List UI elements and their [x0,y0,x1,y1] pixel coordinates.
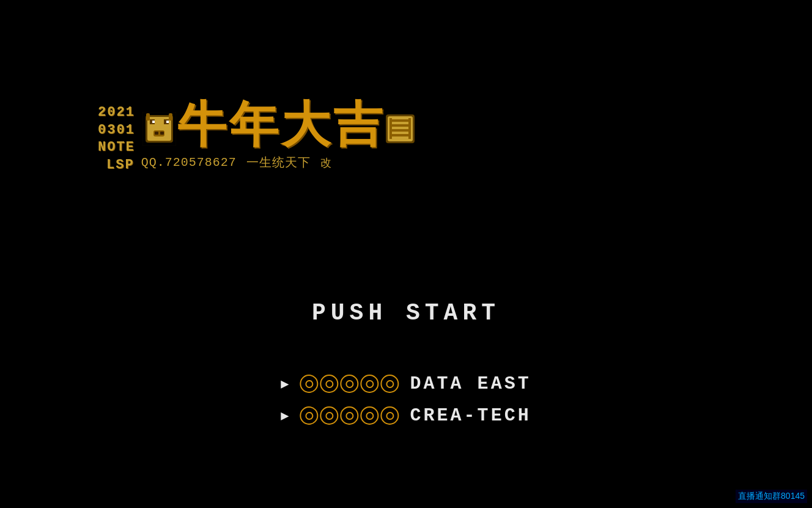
svg-rect-10 [169,113,172,121]
svg-rect-15 [391,124,410,127]
char-1: 牛 [177,104,226,153]
circ-8 [341,406,359,425]
lsp-line: LSP [106,157,135,174]
chinese-title-row: 牛 年 大 吉 [141,104,418,153]
watermark: 直播通知群80145 [736,490,807,503]
circ-inner-7 [325,412,333,420]
circ-inner-2 [325,380,333,388]
circ-inner-9 [366,412,374,420]
circ-10 [381,406,399,425]
svg-rect-9 [146,113,150,121]
game-screen: 2021 0301 NOTE LSP [0,0,812,508]
crea-tech-label: CREA-TECH [410,405,531,426]
circ-inner-8 [345,412,353,420]
circ-5 [381,375,399,393]
credits-area: ▶ DATA EAST ▶ CREA-TECH [281,373,531,426]
version: 改 [320,155,332,170]
svg-rect-8 [160,132,164,135]
svg-rect-17 [391,134,410,136]
circ-6 [300,406,319,425]
circles-crea-tech [300,406,399,425]
circ-4 [361,375,379,393]
circ-2 [320,375,339,393]
svg-rect-18 [389,118,392,139]
ox-icon [142,112,176,146]
qq-label: QQ.720578627 [141,155,237,170]
svg-rect-4 [152,121,155,123]
arrow-data-east: ▶ [281,376,289,392]
char-4: 吉 [333,104,382,153]
svg-rect-5 [166,121,169,123]
credit-row-data-east: ▶ DATA EAST [281,373,531,394]
circles-data-east [300,375,399,393]
circ-inner-3 [345,380,353,388]
circ-inner-4 [366,380,374,388]
circ-9 [361,406,379,425]
svg-rect-16 [391,129,410,132]
arrow-crea-tech: ▶ [281,408,289,424]
svg-rect-19 [408,118,411,139]
push-start-text[interactable]: PUSH START [312,300,500,326]
svg-rect-7 [155,132,158,135]
dragon-icon [383,112,417,146]
title-main: 牛 年 大 吉 [141,104,418,171]
tagline: 一生统天下 [246,154,311,171]
circ-1 [300,375,319,393]
year-line: 2021 [98,104,135,122]
circ-inner-1 [305,380,313,388]
note-line: NOTE [98,139,135,157]
circ-inner-5 [386,380,394,388]
circ-inner-10 [386,412,394,420]
circ-3 [341,375,359,393]
char-2: 年 [229,104,278,153]
circ-inner-6 [305,412,313,420]
char-3: 大 [281,104,330,153]
month-line: 0301 [98,122,135,140]
chinese-title-text: 牛 年 大 吉 [177,104,382,153]
svg-rect-14 [391,119,410,122]
title-meta: 2021 0301 NOTE LSP [98,104,135,174]
subtitle-row: QQ.720578627 一生统天下 改 [141,154,332,171]
circ-7 [320,406,339,425]
title-area: 2021 0301 NOTE LSP [98,104,418,174]
data-east-label: DATA EAST [410,373,531,394]
credit-row-crea-tech: ▶ CREA-TECH [281,405,531,426]
